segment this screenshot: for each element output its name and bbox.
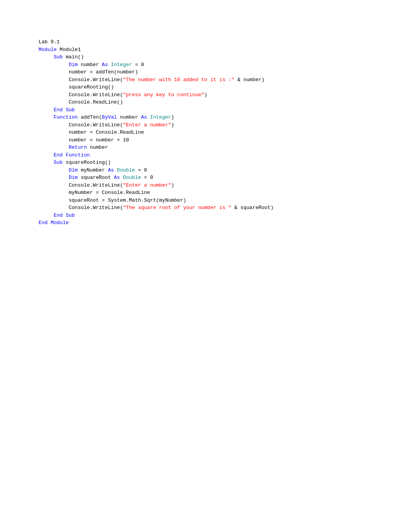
code-line: Console.WriteLine("press any key to cont… bbox=[39, 91, 410, 99]
code-token: Console.WriteLine( bbox=[39, 122, 123, 128]
code-token: As bbox=[114, 175, 120, 180]
code-token: Sub bbox=[39, 54, 63, 60]
code-line: End Sub bbox=[39, 212, 410, 219]
code-token: myNumber bbox=[78, 167, 108, 173]
code-token: Return bbox=[39, 144, 87, 150]
code-token: Module bbox=[39, 47, 57, 53]
code-token: End bbox=[39, 107, 63, 113]
code-token: number = number + 10 bbox=[39, 137, 129, 143]
code-token: squareRoot bbox=[78, 175, 114, 180]
code-token: As bbox=[141, 114, 147, 120]
code-token: ) bbox=[171, 122, 174, 128]
code-token: Function bbox=[66, 152, 90, 158]
code-token: number = Console.ReadLine bbox=[39, 129, 144, 135]
code-token: main() bbox=[63, 54, 84, 60]
code-token: = 0 bbox=[132, 62, 144, 68]
code-token: Console.ReadLine() bbox=[39, 99, 123, 105]
code-line: Console.WriteLine("Enter a number") bbox=[39, 182, 410, 189]
code-line: Console.ReadLine() bbox=[39, 99, 410, 106]
code-token: End bbox=[39, 220, 47, 226]
code-token: & squareRoot) bbox=[231, 205, 273, 211]
code-token: Function bbox=[39, 114, 78, 120]
code-line: End Sub bbox=[39, 106, 410, 114]
code-line: Function addTen(ByVal number As Integer) bbox=[39, 114, 410, 121]
code-token: "press any key to continue" bbox=[123, 92, 204, 98]
code-token bbox=[147, 114, 150, 120]
code-token: Lab 9.1 bbox=[39, 39, 60, 45]
code-token bbox=[114, 167, 117, 173]
code-token: Console.WriteLine( bbox=[39, 92, 123, 98]
code-line: Dim number As Integer = 0 bbox=[39, 61, 410, 69]
code-token: squareRoot = System.Math.Sqrt(myNumber) bbox=[39, 197, 186, 203]
code-line: Sub squareRooting() bbox=[39, 159, 410, 167]
code-token: ) bbox=[171, 182, 174, 188]
code-line: Dim myNumber As Double = 0 bbox=[39, 167, 410, 174]
code-line: Console.WriteLine("The square root of yo… bbox=[39, 204, 410, 212]
code-token: myNumber = Console.ReadLine bbox=[39, 190, 150, 195]
code-token: Dim bbox=[39, 175, 78, 180]
code-token: number bbox=[87, 144, 108, 150]
code-token: "The number with 10 added to it is :" bbox=[123, 77, 234, 83]
code-token: Integer bbox=[150, 114, 171, 120]
code-line: number = addTen(number) bbox=[39, 68, 410, 76]
code-token: number bbox=[117, 114, 141, 120]
code-token: ByVal bbox=[102, 114, 117, 120]
code-token: Double bbox=[123, 175, 141, 180]
code-token: Sub bbox=[39, 160, 63, 165]
code-token: Sub bbox=[63, 212, 75, 218]
code-token: Integer bbox=[111, 62, 132, 68]
code-editor: Lab 9.1Module Module1 Sub main() Dim num… bbox=[39, 23, 410, 227]
code-token: ) bbox=[171, 114, 174, 120]
code-token: End bbox=[39, 152, 63, 158]
code-line: number = Console.ReadLine bbox=[39, 129, 410, 136]
code-line: Console.WriteLine("Enter a number") bbox=[39, 121, 410, 129]
code-token: Dim bbox=[39, 167, 78, 173]
code-line: Sub main() bbox=[39, 53, 410, 61]
code-token: number bbox=[78, 62, 102, 68]
code-line: Lab 9.1 bbox=[39, 38, 410, 46]
code-token: addTen( bbox=[78, 114, 102, 120]
code-line: Module Module1 bbox=[39, 46, 410, 54]
code-line: Dim squareRoot As Double = 0 bbox=[39, 174, 410, 182]
code-line: Return number bbox=[39, 144, 410, 151]
code-line: End Module bbox=[39, 219, 410, 227]
code-token: Sub bbox=[63, 107, 75, 113]
code-token: ) bbox=[204, 92, 207, 98]
code-token: = 0 bbox=[141, 175, 153, 180]
code-token: Module1 bbox=[57, 47, 81, 53]
code-token: number = addTen(number) bbox=[39, 69, 138, 75]
code-token: squareRooting() bbox=[63, 160, 111, 165]
code-line: number = number + 10 bbox=[39, 136, 410, 144]
code-token: Double bbox=[117, 167, 135, 173]
code-token: Console.WriteLine( bbox=[39, 182, 123, 188]
code-line: squareRooting() bbox=[39, 83, 410, 91]
code-token: Module bbox=[47, 220, 69, 226]
code-line: End Function bbox=[39, 151, 410, 159]
code-token: squareRooting() bbox=[39, 84, 114, 90]
code-token: Console.WriteLine( bbox=[39, 77, 123, 83]
code-token: End bbox=[39, 212, 63, 218]
code-token: "Enter a number" bbox=[123, 182, 171, 188]
code-token: "The square root of your number is " bbox=[123, 205, 231, 211]
code-line: myNumber = Console.ReadLine bbox=[39, 189, 410, 197]
code-token: Dim bbox=[39, 62, 78, 68]
code-line: Console.WriteLine("The number with 10 ad… bbox=[39, 76, 410, 84]
code-token: = 0 bbox=[135, 167, 147, 173]
code-token: Console.WriteLine( bbox=[39, 205, 123, 211]
code-token: As bbox=[102, 62, 108, 68]
code-token: & number) bbox=[234, 77, 264, 83]
code-line: squareRoot = System.Math.Sqrt(myNumber) bbox=[39, 197, 410, 204]
code-token: As bbox=[108, 167, 114, 173]
code-token: "Enter a number" bbox=[123, 122, 171, 128]
